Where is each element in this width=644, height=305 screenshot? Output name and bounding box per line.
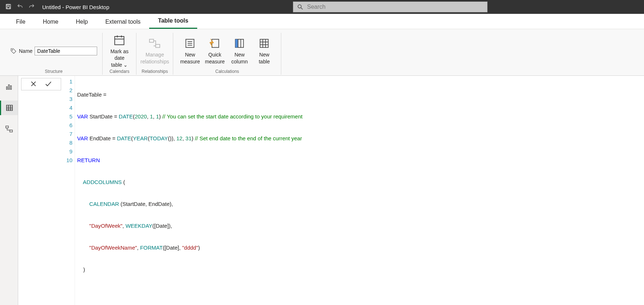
svg-rect-18 <box>235 39 238 48</box>
new-table-button[interactable]: New table <box>253 37 276 64</box>
svg-rect-10 <box>150 39 154 43</box>
report-view-icon <box>5 83 13 91</box>
mark-as-date-table-button[interactable]: Mark as date table ⌄ <box>108 34 131 68</box>
svg-rect-26 <box>6 87 7 89</box>
svg-rect-35 <box>9 130 12 132</box>
new-column-button[interactable]: New column <box>228 37 251 64</box>
group-calendars-label: Calendars <box>110 69 130 75</box>
line-number: 5 <box>66 112 72 121</box>
tag-icon <box>10 48 17 54</box>
data-view-icon <box>5 104 13 112</box>
svg-rect-1 <box>7 4 9 6</box>
view-switcher <box>0 76 18 305</box>
group-structure-label: Structure <box>45 69 63 75</box>
search-input[interactable] <box>307 4 487 10</box>
svg-line-4 <box>301 8 303 9</box>
save-icon[interactable] <box>5 3 12 11</box>
quick-measure-icon <box>209 38 220 49</box>
formula-cancel-button[interactable] <box>30 80 37 89</box>
line-number: 10 <box>66 156 72 165</box>
svg-rect-16 <box>212 39 219 48</box>
menu-table-tools[interactable]: Table tools <box>149 14 197 29</box>
menu-bar: File Home Help External tools Table tool… <box>0 14 644 29</box>
window-title: Untitled - Power BI Desktop <box>42 4 109 10</box>
menu-home[interactable]: Home <box>34 15 67 29</box>
table-name-input[interactable] <box>35 47 97 55</box>
column-icon <box>234 38 245 49</box>
svg-rect-11 <box>156 44 160 47</box>
model-view-icon <box>5 125 13 133</box>
manage-relationships-button[interactable]: Manage relationships <box>143 37 166 64</box>
title-bar: Untitled - Power BI Desktop <box>0 0 644 14</box>
relationships-icon <box>148 37 161 50</box>
svg-rect-29 <box>7 105 13 111</box>
menu-external-tools[interactable]: External tools <box>96 15 149 29</box>
menu-file[interactable]: File <box>7 15 34 29</box>
name-label: Name <box>19 48 32 54</box>
line-number: 1 <box>66 77 72 86</box>
search-box[interactable] <box>293 1 488 12</box>
formula-gutter: 12345678910 <box>64 76 75 305</box>
formula-editor[interactable]: DateTable = VAR StartDate = DATE(2020, 1… <box>75 76 644 305</box>
table-icon <box>259 38 270 49</box>
formula-bar: 12345678910 DateTable = VAR StartDate = … <box>18 76 644 305</box>
line-number: 8 <box>66 138 72 147</box>
line-number: 3 <box>66 95 72 103</box>
ribbon: Name Structure Mark as date table ⌄ Cale… <box>0 29 644 76</box>
report-view-button[interactable] <box>0 79 18 94</box>
formula-commit-button[interactable] <box>44 80 52 89</box>
group-relationships-label: Relationships <box>142 69 168 75</box>
new-measure-button[interactable]: New measure <box>178 37 202 64</box>
measure-icon <box>184 38 195 49</box>
svg-point-5 <box>12 49 13 50</box>
line-number: 4 <box>66 103 72 112</box>
redo-icon[interactable] <box>28 3 35 11</box>
line-number: 2 <box>66 86 72 95</box>
group-calculations-label: Calculations <box>215 69 239 75</box>
undo-icon[interactable] <box>17 3 23 11</box>
x-icon <box>30 80 37 87</box>
line-number: 6 <box>66 121 72 130</box>
svg-rect-27 <box>8 85 9 90</box>
data-view-button[interactable] <box>0 101 18 115</box>
svg-rect-21 <box>260 39 269 48</box>
line-number: 9 <box>66 147 72 156</box>
svg-rect-34 <box>5 126 8 128</box>
svg-rect-6 <box>115 36 124 45</box>
svg-rect-28 <box>10 86 11 89</box>
calendar-icon <box>113 34 126 46</box>
search-icon <box>297 4 303 10</box>
model-view-button[interactable] <box>0 122 18 136</box>
menu-help[interactable]: Help <box>67 15 96 29</box>
quick-measure-button[interactable]: Quick measure <box>203 37 226 64</box>
check-icon <box>44 80 52 88</box>
line-number: 7 <box>66 130 72 138</box>
svg-rect-2 <box>7 7 10 8</box>
svg-point-3 <box>298 5 301 8</box>
